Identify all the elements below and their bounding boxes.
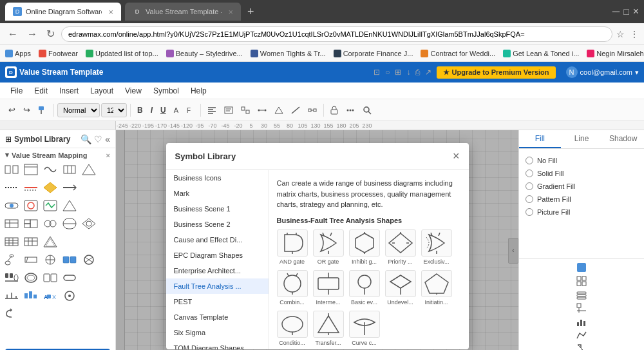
shape-preview-combination[interactable]: Combin... — [277, 270, 308, 306]
shape-item[interactable] — [22, 234, 40, 249]
panel-collapse-icon[interactable]: « — [105, 134, 110, 144]
back-button[interactable]: ← — [5, 27, 21, 41]
position-icon[interactable] — [576, 302, 587, 314]
modal-list-item-epc[interactable]: EPC Diagram Shapes — [166, 248, 269, 263]
app-toolbar-icon-3[interactable]: ⊞ — [395, 68, 401, 77]
minimize-button[interactable]: ─ — [612, 6, 620, 17]
shape-item[interactable] — [80, 162, 98, 177]
forward-button[interactable]: → — [24, 27, 40, 41]
layers-icon[interactable] — [576, 289, 587, 300]
modal-list-item-fault-tree[interactable]: Fault Tree Analysis ... — [166, 278, 269, 294]
canvas-area[interactable]: Symbol Library × Business Icons Mark Bus… — [116, 130, 518, 350]
reload-button[interactable]: ↻ — [44, 26, 57, 41]
shape-item[interactable] — [61, 270, 79, 286]
redo-button[interactable]: ↪ — [20, 103, 33, 117]
shape-item[interactable] — [61, 252, 79, 267]
format-style-select[interactable]: Normal — [57, 103, 100, 117]
bookmark-corporate[interactable]: Corporate Finance J... — [334, 50, 413, 57]
panel-favorite-icon[interactable]: ♡ — [94, 134, 102, 144]
tab-close-inactive[interactable]: × — [228, 7, 233, 17]
shape-item[interactable] — [22, 162, 40, 177]
bookmark-facebook[interactable]: Women Tights & Tr... — [251, 50, 326, 57]
modal-list-item-cause-effect[interactable]: Cause and Effect Di... — [166, 232, 269, 248]
shape-item[interactable] — [22, 216, 40, 231]
fill-color-icon[interactable] — [576, 262, 587, 273]
shape-preview-condition[interactable]: Conditio... — [277, 311, 308, 346]
shape-item[interactable] — [61, 288, 79, 304]
shape-item[interactable] — [61, 216, 79, 231]
modal-list-item-business-scene2[interactable]: Business Scene 2 — [166, 217, 269, 232]
tab-line[interactable]: Line — [561, 130, 603, 148]
bookmark-updated[interactable]: Updated list of top... — [86, 50, 158, 57]
shape-button[interactable] — [271, 104, 287, 116]
shape-item[interactable] — [3, 288, 21, 304]
shape-item[interactable] — [41, 216, 59, 231]
search-button[interactable] — [359, 104, 375, 117]
shape-item[interactable] — [3, 252, 21, 267]
format-painter-button[interactable] — [35, 104, 50, 117]
modal-list-item-business-scene1[interactable]: Business Scene 1 — [166, 201, 269, 217]
menu-edit[interactable]: Edit — [29, 84, 53, 97]
close-button[interactable]: × — [633, 6, 639, 17]
menu-file[interactable]: File — [5, 84, 28, 97]
browser-menu[interactable]: ⋮ — [630, 29, 639, 39]
shape-item[interactable] — [41, 198, 59, 213]
align-left-button[interactable] — [204, 104, 220, 116]
shape-preview-curve[interactable]: Curve c... — [349, 311, 380, 346]
shape-item[interactable] — [3, 198, 21, 213]
tab-fill[interactable]: Fill — [519, 130, 561, 148]
shape-item[interactable] — [80, 252, 98, 267]
shape-preview-priority[interactable]: Priority ... — [385, 229, 416, 265]
connection-style-button[interactable] — [305, 104, 320, 116]
modal-list-item-canvas[interactable]: Canvas Template — [166, 309, 269, 325]
shape-preview-undeveloped[interactable]: Undevel... — [385, 270, 416, 306]
modal-list-item-tqm[interactable]: TQM Diagram Shapes — [166, 340, 269, 349]
bookmark-contract[interactable]: Contract for Weddi... — [421, 50, 495, 57]
browser-tab-inactive[interactable]: D Value Stream Template - Edraw … × — [125, 3, 241, 21]
shape-item[interactable] — [3, 306, 21, 322]
fill-option-no-fill[interactable]: No Fill — [524, 154, 639, 167]
shape-item[interactable] — [3, 162, 21, 177]
shape-preview-initiating[interactable]: Initiatin... — [421, 270, 452, 306]
font-size-select[interactable]: 12 — [101, 103, 127, 117]
shape-item[interactable] — [22, 252, 40, 267]
font-style-button[interactable]: F — [183, 104, 197, 116]
shape-preview-or-gate[interactable]: OR gate — [313, 229, 344, 265]
modal-list-item-six-sigma[interactable]: Six Sigma — [166, 325, 269, 340]
bookmark-apps[interactable]: Apps — [5, 50, 31, 57]
app-toolbar-icon-4[interactable]: ↓ — [406, 68, 410, 77]
fill-option-gradient[interactable]: Gradient Fill — [524, 180, 639, 193]
browser-tab-active[interactable]: D Online Diagram Software - Edra… × — [5, 3, 121, 21]
italic-button[interactable]: I — [147, 104, 156, 116]
text-format-button[interactable] — [221, 104, 236, 116]
shape-item[interactable] — [80, 216, 98, 231]
menu-symbol[interactable]: Symbol — [148, 84, 184, 97]
panel-search-icon[interactable]: 🔍 — [80, 134, 91, 144]
shape-item[interactable] — [41, 252, 59, 267]
user-menu[interactable]: N cool@gmail.com ▾ — [566, 66, 639, 78]
modal-list-item-enterprise[interactable]: Enterprise Architect... — [166, 263, 269, 278]
bookmark-negin[interactable]: Negin Mirsaleh (@... — [587, 50, 644, 57]
shape-preview-inhibit-gate[interactable]: Inhibit g... — [349, 229, 380, 265]
connect-button[interactable] — [254, 104, 270, 116]
bold-button[interactable]: B — [134, 104, 146, 116]
shape-preview-basic-event[interactable]: Basic ev... — [349, 270, 380, 306]
menu-layout[interactable]: Layout — [85, 84, 118, 97]
connector-icon[interactable] — [576, 329, 587, 341]
bookmark-footwear[interactable]: Footwear — [39, 50, 78, 57]
resize-icon[interactable] — [576, 343, 587, 350]
shape-preview-intermediate[interactable]: Interme... — [313, 270, 344, 306]
modal-list-item-pest[interactable]: PEST — [166, 294, 269, 309]
shape-item[interactable]: A X — [41, 288, 59, 304]
font-color-button[interactable]: A — [171, 104, 182, 116]
fill-option-pattern[interactable]: Pattern Fill — [524, 193, 639, 206]
arrange-button[interactable] — [238, 104, 253, 116]
app-toolbar-icon-5[interactable]: ⎙ — [415, 68, 420, 77]
group-collapse-icon[interactable]: ▾ — [5, 151, 9, 159]
shape-item[interactable] — [41, 180, 59, 195]
address-bar[interactable] — [61, 26, 612, 42]
shape-item[interactable] — [3, 216, 21, 231]
fill-option-solid[interactable]: Solid Fill — [524, 167, 639, 180]
menu-help[interactable]: Help — [185, 84, 212, 97]
shape-preview-exclusive[interactable]: Exclusiv... — [421, 229, 452, 265]
